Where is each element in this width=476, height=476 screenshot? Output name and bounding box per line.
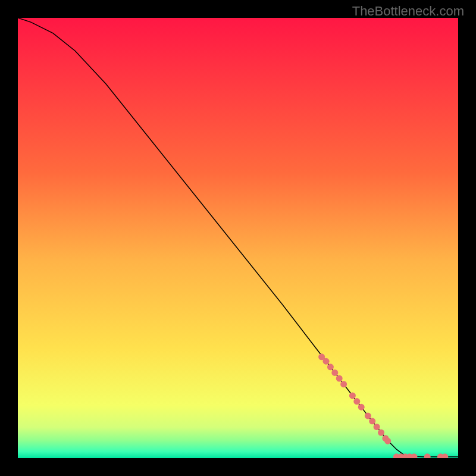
data-point xyxy=(336,375,343,382)
plot-area xyxy=(18,18,458,458)
data-point xyxy=(384,438,391,444)
data-point xyxy=(358,404,365,411)
chart-svg xyxy=(18,18,458,458)
chart-container: TheBottleneck.com xyxy=(0,0,476,476)
data-point xyxy=(349,392,356,399)
watermark-text: TheBottleneck.com xyxy=(352,4,464,19)
data-point xyxy=(378,430,384,436)
data-point xyxy=(331,369,338,376)
gradient-background xyxy=(18,18,458,458)
data-point xyxy=(374,424,380,430)
data-point xyxy=(365,412,371,419)
data-point xyxy=(340,381,347,387)
data-point xyxy=(369,418,375,424)
data-point xyxy=(353,398,360,405)
data-point xyxy=(323,358,330,365)
data-point xyxy=(327,364,334,370)
